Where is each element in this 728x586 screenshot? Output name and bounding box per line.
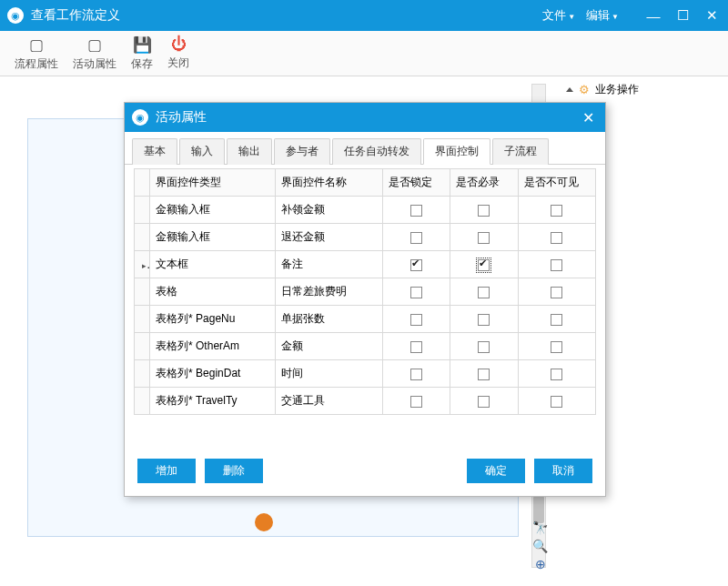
scrollbar-thumb[interactable] <box>533 496 544 523</box>
checkbox[interactable] <box>478 314 490 326</box>
cell-checkbox[interactable] <box>382 360 450 388</box>
cell-checkbox[interactable] <box>518 278 595 306</box>
cell-checkbox[interactable] <box>382 197 450 224</box>
checkbox[interactable] <box>478 287 490 298</box>
table-row[interactable]: 表格列* BeginDat时间 <box>135 360 596 388</box>
cell-control-name[interactable]: 日常差旅费明 <box>276 278 382 306</box>
checkbox[interactable] <box>410 314 422 326</box>
checkbox[interactable] <box>551 232 562 244</box>
toolbar-process-properties[interactable]: ▢ 流程属性 <box>7 33 66 75</box>
tab-participants[interactable]: 参与者 <box>274 138 330 165</box>
cell-checkbox[interactable] <box>518 388 595 415</box>
checkbox[interactable] <box>551 369 562 380</box>
cell-checkbox[interactable] <box>382 306 450 333</box>
cell-checkbox[interactable] <box>450 251 519 278</box>
col-locked[interactable]: 是否锁定 <box>382 169 450 197</box>
table-row[interactable]: 金额输入框退还金额 <box>135 224 596 251</box>
table-row[interactable]: 金额输入框补领金额 <box>135 197 596 224</box>
checkbox[interactable] <box>551 287 562 298</box>
cell-control-type[interactable]: 文本框 <box>150 251 276 278</box>
table-row[interactable]: 表格列* PageNu单据张数 <box>135 306 596 333</box>
checkbox[interactable] <box>551 341 562 353</box>
cancel-button[interactable]: 取消 <box>534 459 592 483</box>
table-row[interactable]: 表格日常差旅费明 <box>135 278 596 306</box>
cell-checkbox[interactable] <box>518 197 595 224</box>
checkbox[interactable] <box>410 341 422 353</box>
cell-control-name[interactable]: 金额 <box>276 333 382 360</box>
checkbox[interactable] <box>410 287 422 298</box>
tab-output[interactable]: 输出 <box>227 138 272 165</box>
checkbox[interactable] <box>410 205 422 217</box>
cell-control-type[interactable]: 表格列* BeginDat <box>150 360 276 388</box>
add-button[interactable]: 增加 <box>137 459 196 483</box>
cell-control-name[interactable]: 退还金额 <box>276 224 382 251</box>
checkbox[interactable] <box>478 396 490 408</box>
cell-checkbox[interactable] <box>518 333 595 360</box>
checkbox[interactable] <box>551 205 562 217</box>
cell-control-type[interactable]: 表格 <box>150 278 276 306</box>
cell-control-type[interactable]: 金额输入框 <box>150 197 276 224</box>
cell-checkbox[interactable] <box>382 333 450 360</box>
ok-button[interactable]: 确定 <box>467 459 525 483</box>
binoculars-icon[interactable]: 🔭 <box>532 520 548 535</box>
close-button[interactable]: ✕ <box>701 5 723 26</box>
collapse-up-icon[interactable] <box>566 87 573 92</box>
menu-file[interactable]: 文件▼ <box>537 7 581 24</box>
table-row[interactable]: 表格列* OtherAm金额 <box>135 333 596 360</box>
cell-control-type[interactable]: 金额输入框 <box>150 224 276 251</box>
cell-checkbox[interactable] <box>450 278 519 306</box>
cell-control-name[interactable]: 补领金额 <box>276 197 382 224</box>
toolbar-close[interactable]: ⏻ 关闭 <box>160 33 197 74</box>
cell-checkbox[interactable] <box>518 306 595 333</box>
cell-checkbox[interactable] <box>382 388 450 415</box>
target-icon[interactable]: ⊕ <box>535 557 546 571</box>
cell-checkbox[interactable] <box>382 278 450 306</box>
cell-checkbox[interactable] <box>450 360 519 388</box>
toolbar-activity-properties[interactable]: ▢ 活动属性 <box>66 33 124 75</box>
toolbar-save[interactable]: 💾 保存 <box>124 33 160 75</box>
checkbox[interactable] <box>410 259 422 271</box>
col-hidden[interactable]: 是否不可见 <box>518 169 595 197</box>
cell-control-type[interactable]: 表格列* PageNu <box>150 306 276 333</box>
col-control-name[interactable]: 界面控件名称 <box>276 169 382 197</box>
cell-checkbox[interactable] <box>450 388 519 415</box>
tab-ui-control[interactable]: 界面控制 <box>423 138 490 165</box>
checkbox[interactable] <box>478 205 490 217</box>
zoom-icon[interactable]: 🔍 <box>532 539 548 553</box>
maximize-button[interactable]: ☐ <box>672 5 693 26</box>
cell-control-name[interactable]: 交通工具 <box>276 388 382 415</box>
checkbox[interactable] <box>478 259 490 271</box>
cell-control-name[interactable]: 时间 <box>276 360 382 388</box>
cell-checkbox[interactable] <box>518 360 595 388</box>
col-control-type[interactable]: 界面控件类型 <box>150 169 276 197</box>
cell-checkbox[interactable] <box>450 224 519 251</box>
checkbox[interactable] <box>551 314 562 326</box>
cell-checkbox[interactable] <box>450 197 519 224</box>
checkbox[interactable] <box>478 369 490 380</box>
minimize-button[interactable]: — <box>642 5 664 26</box>
tab-basic[interactable]: 基本 <box>132 138 177 165</box>
checkbox[interactable] <box>410 369 422 380</box>
cell-control-name[interactable]: 单据张数 <box>276 306 382 333</box>
cell-checkbox[interactable] <box>382 224 450 251</box>
checkbox[interactable] <box>410 232 422 244</box>
cell-checkbox[interactable] <box>382 251 450 278</box>
tab-subprocess[interactable]: 子流程 <box>492 138 549 165</box>
cell-control-type[interactable]: 表格列* TravelTy <box>150 388 276 415</box>
checkbox[interactable] <box>551 396 562 408</box>
cell-checkbox[interactable] <box>518 251 595 278</box>
col-required[interactable]: 是否必录 <box>450 169 519 197</box>
checkbox[interactable] <box>478 341 490 353</box>
cell-control-type[interactable]: 表格列* OtherAm <box>150 333 276 360</box>
checkbox[interactable] <box>410 396 422 408</box>
menu-edit[interactable]: 编辑▼ <box>581 7 624 24</box>
checkbox[interactable] <box>551 259 562 271</box>
tab-auto-forward[interactable]: 任务自动转发 <box>332 138 421 165</box>
tab-input[interactable]: 输入 <box>179 138 225 165</box>
cell-checkbox[interactable] <box>450 333 519 360</box>
table-row[interactable]: 文本框备注 <box>135 251 596 278</box>
dialog-close-button[interactable]: ✕ <box>579 109 598 126</box>
cell-checkbox[interactable] <box>518 224 595 251</box>
delete-button[interactable]: 删除 <box>205 459 263 483</box>
checkbox[interactable] <box>478 232 490 244</box>
